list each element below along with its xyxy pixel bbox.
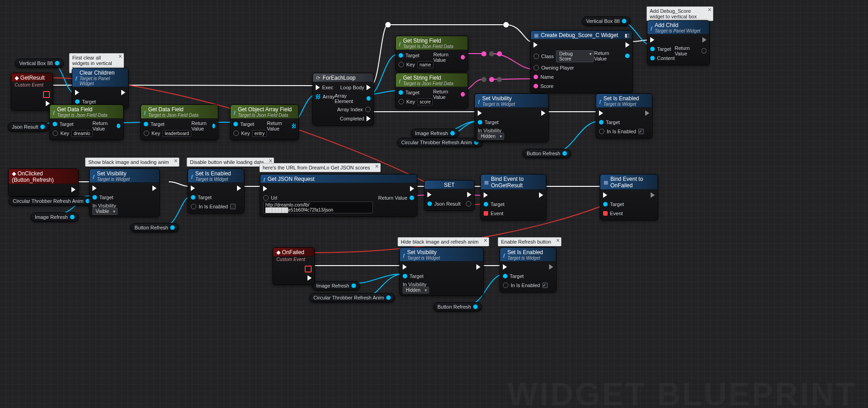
checkbox[interactable]	[638, 129, 644, 134]
node-add-child[interactable]: fAdd ChildTarget is Panel Widget Target …	[647, 20, 710, 65]
delegate-pin[interactable]	[305, 266, 312, 272]
var-image-refresh-3[interactable]: Image Refresh	[312, 281, 360, 290]
var-button-refresh-1[interactable]: Button Refresh	[130, 223, 179, 232]
checkbox[interactable]	[230, 204, 236, 209]
visibility-select[interactable]: Visible	[92, 208, 118, 215]
var-vertical-box-88-b[interactable]: Vertical Box 88	[582, 16, 631, 26]
node-set-visibility-hidden[interactable]: fSet VisibilityTarget is Widget Target I…	[474, 93, 549, 142]
var-button-refresh-2[interactable]: Button Refresh	[523, 149, 571, 158]
reroute-exec-a[interactable]	[385, 22, 391, 27]
key-input[interactable]: dreamlo	[71, 130, 92, 137]
node-clear-children[interactable]: fClear ChildrenTarget is Panel Widget Ta…	[72, 68, 129, 109]
node-set-enabled-onfailed[interactable]: fSet Is EnabledTarget is Widget Target I…	[500, 247, 556, 292]
comment-hide[interactable]: Hide black image and refresh anim	[398, 237, 489, 246]
var-image-refresh-2[interactable]: Image Refresh	[411, 129, 459, 138]
node-set-enabled-false[interactable]: fSet Is EnabledTarget is Widget Target I…	[188, 169, 244, 213]
node-set-enabled-true[interactable]: fSet Is EnabledTarget is Widget Target I…	[596, 93, 652, 138]
var-circ-throbber-2[interactable]: Circular Throbber Refresh Anim	[397, 138, 483, 147]
node-foreach[interactable]: ⟳ForEachLoop Exec Array Loop Body Array …	[313, 73, 374, 125]
node-get-string-name[interactable]: fGet String FieldTarget is Json Field Da…	[395, 36, 468, 71]
node-bind-ongetresult[interactable]: ▦Bind Event to OnGetResult Target Event	[480, 174, 546, 220]
key-input[interactable]: entry	[252, 130, 267, 137]
var-circ-throbber-1[interactable]: Circular Throbber Refresh Anim	[9, 196, 94, 206]
key-input[interactable]: leaderboard	[162, 130, 191, 137]
exec-out[interactable]	[71, 187, 75, 192]
node-get-string-score[interactable]: fGet String FieldTarget is Json Field Da…	[395, 73, 468, 109]
class-select[interactable]: Debug Score	[556, 50, 594, 62]
exec-out[interactable]	[46, 101, 50, 106]
watermark: WIDGET BLUEPRINT	[507, 376, 857, 408]
url-input[interactable]: http://dreamlo.com/lb/███████e51b60f4c72…	[263, 201, 373, 213]
event-onfailed[interactable]: ◆ OnFailed Custom Event	[273, 247, 315, 285]
event-onclicked[interactable]: ◆ OnClicked (Button_Refresh)	[8, 169, 79, 196]
node-get-data-field-1[interactable]: fGet Data FieldTarget is Json Field Data…	[49, 104, 124, 140]
event-getresult[interactable]: ◆ GetResult Custom Event	[11, 73, 53, 110]
exec-out[interactable]	[307, 275, 312, 281]
node-create-widget[interactable]: ▦Create Debug_Score_C Widget◧ ClassDebug…	[530, 30, 633, 93]
var-json-result[interactable]: Json Result	[8, 122, 49, 131]
visibility-select[interactable]: Hidden	[403, 287, 429, 294]
comment-addwgt[interactable]: Add Debug_Score widget to vertical box	[647, 6, 713, 21]
node-bind-onfailed[interactable]: ▦Bind Event to OnFailed Target Event	[600, 174, 658, 220]
reroute-name[interactable]	[481, 51, 502, 56]
node-set-visibility-visible[interactable]: fSet VisibilityTarget is Widget Target I…	[89, 169, 160, 217]
var-button-refresh-3[interactable]: Button Refresh	[433, 302, 482, 311]
comment-url[interactable]: here's the URL from DreamLo Get JSON sco…	[259, 163, 381, 172]
node-get-json-request[interactable]: fGet JSON Request Url http://dreamlo.com…	[260, 174, 417, 217]
var-image-refresh-1[interactable]: Image Refresh	[31, 212, 79, 222]
visibility-select[interactable]: Hidden	[478, 133, 504, 140]
checkbox[interactable]	[542, 283, 548, 288]
var-circ-throbber-3[interactable]: Circular Throbber Refresh Anim	[309, 293, 395, 302]
node-set-visibility-onfailed[interactable]: fSet VisibilityTarget is Widget Target I…	[399, 247, 484, 296]
node-get-data-field-2[interactable]: fGet Data FieldTarget is Json Field Data…	[140, 104, 218, 140]
comment-enable[interactable]: Enable Refresh button	[498, 237, 561, 246]
reroute-exec-b[interactable]	[503, 22, 509, 27]
node-set-variable[interactable]: SET Json Result	[424, 180, 474, 211]
node-get-object-array[interactable]: fGet Object Array FieldTarget is Json Fi…	[230, 104, 299, 140]
reroute-score[interactable]	[481, 77, 502, 82]
delegate-pin[interactable]	[43, 91, 50, 98]
comment-show[interactable]: Show black image and loading anim	[85, 158, 179, 167]
var-vertical-box-88-a[interactable]: Vertical Box 88	[15, 59, 64, 68]
